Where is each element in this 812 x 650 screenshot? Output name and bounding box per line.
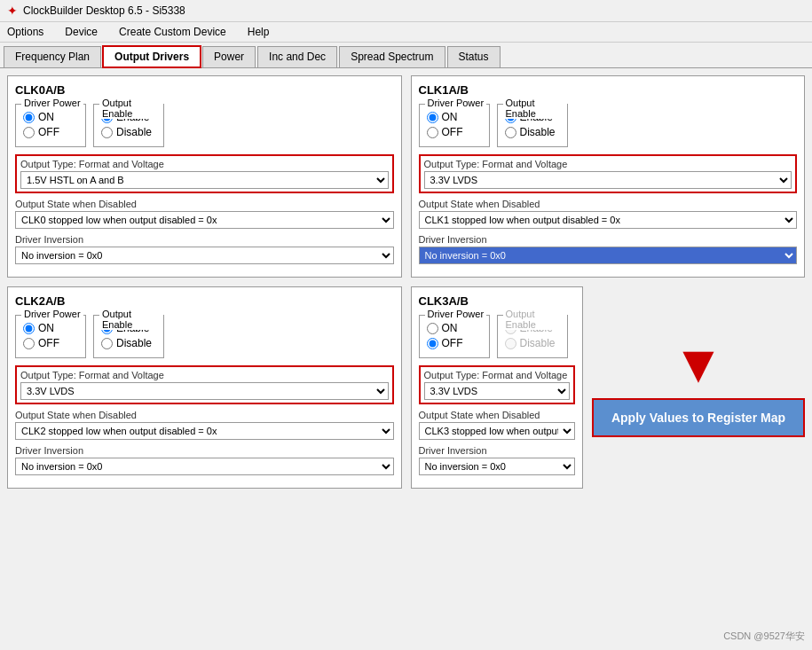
clk1-driver-inversion-label: Driver Inversion (419, 234, 798, 245)
clk3-power-off-label: OFF (442, 337, 463, 349)
clk1-title: CLK1A/B (419, 83, 798, 97)
app-title: ClockBuilder Desktop 6.5 - Si5338 (23, 4, 185, 17)
clk1-disable-radio[interactable] (505, 127, 516, 138)
clk0-power-off-row[interactable]: OFF (23, 126, 78, 138)
clk1-output-type-label: Output Type: Format and Voltage (424, 159, 792, 169)
watermark: CSDN @9527华安 (723, 630, 805, 643)
clk2-output-state-select[interactable]: CLK2 stopped low when output disabled = … (15, 422, 394, 440)
clk1-power-on-row[interactable]: ON (427, 111, 482, 123)
clk0-disable-radio[interactable] (101, 127, 113, 138)
clk3-driver-inversion-section: Driver Inversion No inversion = 0x0 Inve… (419, 445, 575, 475)
clk3-panel: CLK3A/B Driver Power ON OFF Output Enabl… (411, 286, 583, 489)
clk0-output-state-label: Output State when Disabled (15, 199, 394, 209)
clk2-driver-inversion-section: Driver Inversion No inversion = 0x0 Inve… (15, 445, 394, 475)
menu-device[interactable]: Device (61, 24, 101, 40)
clk1-output-state-section: Output State when Disabled CLK1 stopped … (419, 199, 798, 229)
arrow-down-icon: ▼ (672, 338, 724, 391)
clk2-output-state-label: Output State when Disabled (15, 410, 394, 420)
menu-bar: Options Device Create Custom Device Help (0, 22, 812, 43)
menu-help[interactable]: Help (244, 24, 273, 40)
menu-create-custom[interactable]: Create Custom Device (115, 24, 230, 40)
tab-spread-spectrum[interactable]: Spread Spectrum (339, 46, 445, 67)
clk0-power-on-label: ON (38, 111, 54, 123)
clk0-driver-inversion-label: Driver Inversion (15, 234, 394, 245)
clk2-driver-inversion-select[interactable]: No inversion = 0x0 Invert A = 0x1 Invert… (15, 458, 394, 475)
clk1-output-state-select[interactable]: CLK1 stopped low when output disabled = … (419, 211, 798, 229)
tab-inc-dec[interactable]: Inc and Dec (257, 46, 337, 67)
tab-power[interactable]: Power (202, 46, 256, 67)
clk2-output-type-section: Output Type: Format and Voltage 3.3V LVD… (15, 365, 394, 404)
clk0-output-enable-legend: Output Enable (99, 98, 163, 119)
clk2-power-off-radio[interactable] (23, 338, 35, 349)
clk2-driver-power-group: Driver Power ON OFF (15, 315, 86, 358)
clk2-disable-label: Disable (116, 337, 152, 349)
clk3-power-on-row[interactable]: ON (427, 322, 482, 334)
clk0-driver-power-legend: Driver Power (21, 98, 83, 108)
clk0-output-type-select[interactable]: 1.5V HSTL on A and B 3.3V LVDS 2.5V LVDS… (20, 171, 389, 189)
clk3-power-on-radio[interactable] (427, 323, 438, 334)
clk0-power-on-radio[interactable] (23, 112, 35, 123)
clk3-output-state-label: Output State when Disabled (419, 410, 575, 420)
clk3-title: CLK3A/B (419, 294, 575, 308)
clk0-title: CLK0A/B (15, 83, 394, 97)
clk1-power-on-label: ON (442, 111, 458, 123)
clk0-power-on-row[interactable]: ON (23, 111, 78, 123)
title-bar: ✦ ClockBuilder Desktop 6.5 - Si5338 (0, 0, 812, 22)
clk0-disable-label: Disable (116, 126, 152, 138)
clk0-power-off-radio[interactable] (23, 127, 35, 138)
clk1-power-on-radio[interactable] (427, 112, 438, 123)
clk0-driver-inversion-section: Driver Inversion No inversion = 0x0 Inve… (15, 234, 394, 264)
clk0-power-off-label: OFF (38, 126, 59, 138)
clk3-output-state-section: Output State when Disabled CLK3 stopped … (419, 410, 575, 440)
menu-options[interactable]: Options (4, 24, 47, 40)
clk3-driver-inversion-select[interactable]: No inversion = 0x0 Invert A = 0x1 Invert… (419, 458, 575, 475)
clk1-driver-inversion-select[interactable]: No inversion = 0x0 Invert A = 0x1 Invert… (419, 247, 798, 264)
clk3-output-enable-legend: Output Enable (503, 309, 567, 330)
clk1-disable-label: Disable (520, 126, 556, 138)
clk3-disable-label: Disable (520, 337, 556, 349)
clk1-power-off-row[interactable]: OFF (427, 126, 482, 138)
clk1-power-off-label: OFF (442, 126, 463, 138)
clk1-power-off-radio[interactable] (427, 127, 438, 138)
clk0-driver-inversion-select[interactable]: No inversion = 0x0 Invert A = 0x1 Invert… (15, 247, 394, 264)
apply-section: ▼ Apply Values to Register Map (592, 286, 805, 489)
clk2-power-off-row[interactable]: OFF (23, 337, 78, 349)
app-icon: ✦ (7, 4, 18, 18)
clk2-driver-inversion-label: Driver Inversion (15, 445, 394, 456)
tab-status[interactable]: Status (447, 46, 501, 67)
tab-bar: Frequency Plan Output Drivers Power Inc … (0, 43, 812, 68)
clk2-output-type-select[interactable]: 3.3V LVDS 1.5V HSTL on A and B 2.5V LVDS… (20, 382, 389, 400)
clk0-output-state-section: Output State when Disabled CLK0 stopped … (15, 199, 394, 229)
clk1-driver-inversion-section: Driver Inversion No inversion = 0x0 Inve… (419, 234, 798, 264)
clk1-output-type-select[interactable]: 3.3V LVDS 1.5V HSTL on A and B 2.5V LVDS… (424, 171, 792, 189)
clk2-output-state-section: Output State when Disabled CLK2 stopped … (15, 410, 394, 440)
clk0-output-state-select[interactable]: CLK0 stopped low when output disabled = … (15, 211, 394, 229)
clk0-disable-row[interactable]: Disable (101, 126, 156, 138)
clk2-disable-row[interactable]: Disable (101, 337, 156, 349)
clk3-output-type-section: Output Type: Format and Voltage 3.3V LVD… (419, 365, 575, 404)
clk2-output-type-label: Output Type: Format and Voltage (20, 370, 389, 380)
apply-values-button[interactable]: Apply Values to Register Map (592, 398, 805, 437)
clk1-driver-power-legend: Driver Power (425, 98, 487, 108)
clk3-output-type-select[interactable]: 3.3V LVDS 1.5V HSTL on A and B 2.5V LVDS… (424, 382, 570, 400)
clk3-power-off-row[interactable]: OFF (427, 337, 482, 349)
clk3-power-on-label: ON (442, 322, 458, 334)
clk3-power-off-radio[interactable] (427, 338, 438, 349)
tab-frequency-plan[interactable]: Frequency Plan (4, 46, 101, 67)
clk1-driver-power-group: Driver Power ON OFF (419, 104, 490, 147)
tab-output-drivers[interactable]: Output Drivers (103, 46, 201, 67)
clk3-output-state-select[interactable]: CLK3 stopped low when output disabled = … (419, 422, 575, 440)
clk0-panel: CLK0A/B Driver Power ON OFF Output Enabl… (7, 75, 402, 278)
clk3-output-type-label: Output Type: Format and Voltage (424, 370, 570, 380)
clk2-power-on-label: ON (38, 322, 54, 334)
clk3-driver-power-legend: Driver Power (425, 309, 487, 319)
clk3-output-enable-group: Output Enable Enable Disable (497, 315, 568, 358)
clk2-power-on-row[interactable]: ON (23, 322, 78, 334)
clk2-output-enable-group: Output Enable Enable Disable (93, 315, 164, 358)
clk3-driver-inversion-label: Driver Inversion (419, 445, 575, 456)
clk3-driver-power-group: Driver Power ON OFF (419, 315, 490, 358)
clk2-disable-radio[interactable] (101, 338, 113, 349)
clk1-disable-row[interactable]: Disable (505, 126, 560, 138)
clk2-power-on-radio[interactable] (23, 323, 35, 334)
clk0-output-type-label: Output Type: Format and Voltage (20, 159, 389, 169)
